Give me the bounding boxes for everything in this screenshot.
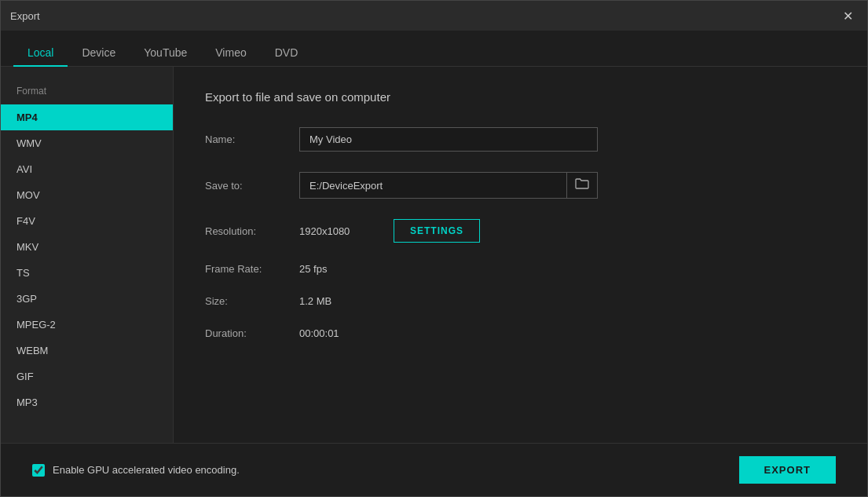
save-to-value: E:/DeviceExport bbox=[300, 174, 566, 197]
export-window: Export ✕ Local Device YouTube Vimeo DVD … bbox=[0, 0, 868, 497]
resolution-row: Resolution: 1920x1080 SETTINGS bbox=[205, 219, 836, 243]
resolution-value: 1920x1080 bbox=[299, 225, 378, 237]
size-label: Size: bbox=[205, 295, 299, 307]
sidebar: Format MP4 WMV AVI MOV F4V MKV TS 3GP MP… bbox=[1, 67, 174, 443]
name-row: Name: bbox=[205, 127, 836, 152]
sidebar-item-mkv[interactable]: MKV bbox=[1, 234, 173, 260]
save-to-wrapper: E:/DeviceExport bbox=[299, 172, 598, 199]
tab-youtube[interactable]: YouTube bbox=[130, 40, 201, 67]
tab-dvd[interactable]: DVD bbox=[261, 40, 313, 67]
tab-bar: Local Device YouTube Vimeo DVD bbox=[1, 31, 867, 67]
gpu-checkbox[interactable] bbox=[32, 464, 45, 477]
frame-rate-value: 25 fps bbox=[299, 263, 327, 275]
export-button[interactable]: EXPORT bbox=[739, 456, 836, 484]
gpu-label[interactable]: Enable GPU accelerated video encoding. bbox=[32, 464, 240, 477]
folder-icon bbox=[575, 177, 589, 190]
sidebar-item-avi[interactable]: AVI bbox=[1, 156, 173, 182]
save-to-row: Save to: E:/DeviceExport bbox=[205, 172, 836, 199]
bottom-bar: Enable GPU accelerated video encoding. E… bbox=[1, 443, 867, 496]
content-area: Format MP4 WMV AVI MOV F4V MKV TS 3GP MP… bbox=[1, 67, 867, 443]
sidebar-item-mpeg2[interactable]: MPEG-2 bbox=[1, 312, 173, 338]
sidebar-item-ts[interactable]: TS bbox=[1, 260, 173, 286]
sidebar-item-webm[interactable]: WEBM bbox=[1, 338, 173, 364]
sidebar-item-mp4[interactable]: MP4 bbox=[1, 104, 173, 130]
title-bar: Export ✕ bbox=[1, 1, 867, 31]
close-button[interactable]: ✕ bbox=[838, 7, 858, 25]
size-value: 1.2 MB bbox=[299, 295, 331, 307]
name-input[interactable] bbox=[299, 127, 598, 152]
frame-rate-label: Frame Rate: bbox=[205, 263, 299, 275]
tab-vimeo[interactable]: Vimeo bbox=[201, 40, 260, 67]
duration-row: Duration: 00:00:01 bbox=[205, 327, 836, 339]
resolution-label: Resolution: bbox=[205, 225, 299, 237]
name-label: Name: bbox=[205, 133, 299, 145]
folder-browse-button[interactable] bbox=[566, 173, 597, 198]
sidebar-item-mov[interactable]: MOV bbox=[1, 182, 173, 208]
resolution-wrapper: 1920x1080 SETTINGS bbox=[299, 219, 480, 243]
sidebar-item-mp3[interactable]: MP3 bbox=[1, 389, 173, 415]
sidebar-item-gif[interactable]: GIF bbox=[1, 364, 173, 389]
main-panel: Export to file and save on computer Name… bbox=[174, 67, 867, 443]
sidebar-item-3gp[interactable]: 3GP bbox=[1, 286, 173, 312]
size-row: Size: 1.2 MB bbox=[205, 295, 836, 307]
panel-title: Export to file and save on computer bbox=[205, 90, 836, 104]
sidebar-item-wmv[interactable]: WMV bbox=[1, 130, 173, 156]
duration-label: Duration: bbox=[205, 327, 299, 339]
duration-value: 00:00:01 bbox=[299, 327, 339, 339]
save-to-label: Save to: bbox=[205, 180, 299, 192]
sidebar-item-f4v[interactable]: F4V bbox=[1, 208, 173, 234]
tab-device[interactable]: Device bbox=[68, 40, 130, 67]
tab-local[interactable]: Local bbox=[13, 40, 68, 67]
format-label: Format bbox=[1, 79, 173, 104]
frame-rate-row: Frame Rate: 25 fps bbox=[205, 263, 836, 275]
settings-button[interactable]: SETTINGS bbox=[394, 219, 480, 243]
gpu-label-text: Enable GPU accelerated video encoding. bbox=[53, 464, 240, 476]
window-title: Export bbox=[10, 10, 40, 22]
